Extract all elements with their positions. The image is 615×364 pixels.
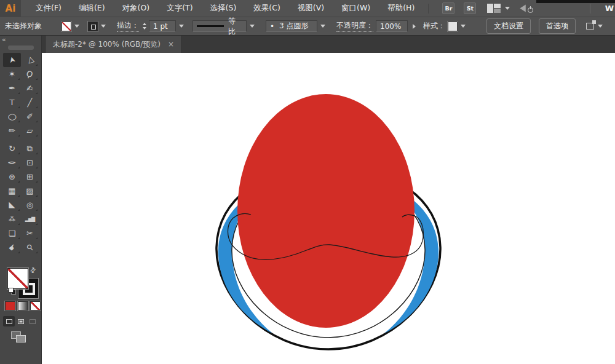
menu-item-object[interactable]: 对象(O) — [114, 0, 159, 17]
tool-blend[interactable]: ◎ — [21, 198, 39, 212]
window-top-strip — [536, 0, 615, 3]
width-profile-select[interactable]: 等比 — [192, 20, 247, 32]
tool-rotate[interactable]: ↻ — [3, 141, 21, 156]
tool-eyedropper[interactable]: ◢ — [3, 198, 21, 212]
tool-perspective-grid[interactable]: ⊞ — [21, 170, 39, 184]
tool-magic-wand[interactable]: ✶ — [3, 67, 21, 81]
mesh-icon: ▦ — [8, 187, 15, 195]
panel-grip[interactable] — [8, 46, 34, 50]
canvas-artboard[interactable] — [42, 53, 615, 364]
draw-normal-button[interactable] — [3, 316, 15, 326]
document-setup-button[interactable]: 文档设置 — [486, 18, 531, 34]
eraser-icon: ▱ — [27, 127, 33, 135]
tool-lasso[interactable]: Ϙ — [21, 67, 39, 81]
tool-selection[interactable]: ➤ — [3, 53, 21, 67]
brush-label: 3 点圆形 — [279, 21, 308, 31]
menu-item-edit[interactable]: 编辑(E) — [70, 0, 114, 17]
tool-direct-selection[interactable]: ▷ — [21, 53, 39, 67]
tool-paintbrush[interactable]: ✐ — [21, 109, 39, 124]
gradient-button[interactable] — [18, 301, 28, 311]
tool-column-graph[interactable]: ▂▅▇ — [21, 212, 39, 226]
menu-item-select[interactable]: 选择(S) — [202, 0, 245, 17]
menu-item-view[interactable]: 视图(V) — [289, 0, 333, 17]
chevron-down-icon[interactable] — [250, 25, 255, 28]
magic-wand-icon: ✶ — [9, 70, 15, 78]
stock-button[interactable]: St — [464, 2, 476, 14]
chevron-down-icon[interactable] — [179, 25, 184, 28]
tool-symbol-sprayer[interactable]: ⁂ — [3, 212, 21, 226]
tool-width-tool[interactable]: ≬ — [3, 156, 21, 170]
artwork-red-ellipse[interactable] — [237, 94, 415, 328]
draw-inside-button[interactable] — [26, 316, 38, 326]
menu-item-type[interactable]: 文字(T) — [158, 0, 201, 17]
tool-zoom[interactable]: ⚲ — [21, 240, 39, 255]
style-swatch[interactable] — [448, 22, 458, 31]
stroke-width-input[interactable]: 1 pt — [149, 20, 176, 32]
color-button[interactable] — [5, 301, 15, 311]
opacity-input[interactable]: 100% — [376, 20, 408, 32]
menu-item-file[interactable]: 文件(F) — [27, 0, 70, 17]
profile-label: 等比 — [228, 16, 242, 37]
tool-pencil[interactable]: ✏ — [3, 124, 21, 138]
tool-mesh[interactable]: ▦ — [3, 184, 21, 198]
line-segment-icon: ╱ — [28, 98, 33, 106]
default-fill-stroke-icon[interactable] — [9, 288, 17, 295]
ai-logo: Ai — [0, 0, 21, 17]
close-icon[interactable]: × — [168, 40, 174, 49]
pen-icon: ✒ — [9, 84, 15, 92]
tool-gradient[interactable]: ▨ — [21, 184, 39, 198]
column-graph-icon: ▂▅▇ — [25, 217, 34, 222]
style-label: 样式： — [423, 21, 445, 31]
stroke-label[interactable]: 描边： — [117, 20, 139, 32]
stroke-width-stepper[interactable] — [143, 23, 146, 30]
chevron-down-icon[interactable] — [320, 25, 325, 28]
rotate-icon: ↻ — [9, 144, 15, 152]
selection-icon: ➤ — [7, 56, 17, 65]
swap-fill-stroke-icon[interactable]: ⇄ — [28, 266, 38, 275]
tool-type-tool[interactable]: T — [3, 95, 21, 109]
screen-mode-button[interactable] — [11, 331, 28, 344]
collapse-panel-button[interactable]: « — [2, 36, 6, 44]
bridge-button[interactable]: Br — [442, 2, 454, 14]
workspace-switcher-icon[interactable] — [487, 4, 501, 13]
symbol-sprayer-icon: ⁂ — [9, 216, 15, 223]
uniform-profile-line — [197, 25, 224, 27]
arrow-right-icon[interactable] — [413, 24, 416, 29]
tool-shape-builder[interactable]: ⊕ — [3, 170, 21, 184]
shaper-icon: ✍ — [26, 84, 33, 92]
chevron-down-icon[interactable] — [101, 25, 106, 28]
tool-ellipse[interactable]: ○ — [3, 109, 21, 124]
menu-item-window[interactable]: 窗口(W) — [333, 0, 379, 17]
tool-scale[interactable]: ⧉ — [21, 141, 39, 156]
tool-free-transform[interactable]: ⊡ — [21, 156, 39, 170]
chevron-down-icon[interactable] — [598, 25, 603, 28]
perspective-grid-icon: ⊞ — [26, 173, 33, 181]
chevron-down-icon[interactable] — [461, 25, 466, 28]
menu-item-effect[interactable]: 效果(C) — [245, 0, 288, 17]
chevron-down-icon[interactable] — [505, 7, 510, 10]
tool-artboard[interactable]: ❏ — [3, 226, 21, 240]
chevron-down-icon[interactable] — [74, 25, 79, 28]
tool-pen[interactable]: ✒ — [3, 81, 21, 95]
tool-shaper[interactable]: ✍ — [21, 81, 39, 95]
free-transform-icon: ⊡ — [26, 159, 33, 167]
illustrator-window: Ai 文件(F)编辑(E)对象(O)文字(T)选择(S)效果(C)视图(V)窗口… — [0, 0, 615, 364]
fill-none-swatch[interactable] — [62, 22, 71, 31]
tool-line-segment[interactable]: ╱ — [21, 95, 39, 109]
draw-behind-button[interactable] — [15, 316, 26, 326]
none-button[interactable] — [30, 301, 41, 311]
tab-bar: 未标题-2* @ 100% (RGB/预览) × — [42, 36, 615, 53]
brush-select[interactable]: • 3 点圆形 — [266, 20, 317, 32]
hand-icon: ☛ — [7, 242, 17, 253]
preferences-button[interactable]: 首选项 — [539, 18, 576, 34]
fill-swatch-none[interactable] — [7, 268, 28, 289]
control-bar: 未选择对象 描边： 1 pt 等比 • 3 点圆形 不透明度： 100% 样式： — [0, 17, 615, 36]
menu-item-help[interactable]: 帮助(H) — [379, 0, 423, 17]
transform-reference-icon[interactable] — [586, 23, 594, 30]
document-tab[interactable]: 未标题-2* @ 100% (RGB/预览) × — [45, 36, 182, 53]
tool-hand[interactable]: ☛ — [3, 240, 21, 255]
tool-slice[interactable]: ✂ — [21, 226, 39, 240]
opacity-label[interactable]: 不透明度： — [336, 20, 373, 32]
tool-eraser[interactable]: ▱ — [21, 124, 39, 138]
stroke-color-swatch[interactable] — [88, 22, 98, 31]
